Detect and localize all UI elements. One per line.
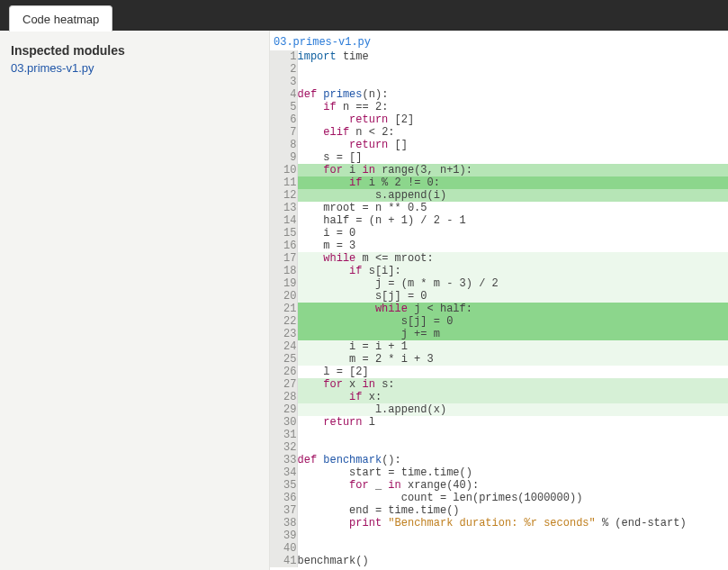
line-number: 25: [270, 353, 297, 366]
code-line[interactable]: print "Benchmark duration: %r seconds" %…: [297, 517, 728, 529]
code-row: 35 for _ in xrange(40):: [270, 479, 728, 492]
line-number: 30: [270, 416, 297, 429]
line-number: 16: [270, 240, 297, 252]
line-number: 13: [270, 202, 297, 214]
line-number: 34: [270, 466, 297, 479]
code-line[interactable]: j += m: [297, 328, 728, 340]
line-number: 2: [270, 63, 297, 76]
code-row: 28 if x:: [270, 391, 728, 403]
code-line[interactable]: i = 0: [297, 227, 728, 240]
code-line[interactable]: l.append(x): [297, 403, 728, 416]
code-line[interactable]: for i in range(3, n+1):: [297, 164, 728, 176]
line-number: 40: [270, 542, 297, 555]
code-line[interactable]: j = (m * m - 3) / 2: [297, 277, 728, 290]
line-number: 39: [270, 529, 297, 542]
code-line[interactable]: return []: [297, 139, 728, 151]
code-line[interactable]: while j < half:: [297, 303, 728, 315]
line-number: 38: [270, 517, 297, 529]
code-line[interactable]: end = time.time(): [297, 504, 728, 517]
code-line[interactable]: s[j] = 0: [297, 290, 728, 303]
line-number: 15: [270, 227, 297, 240]
code-line[interactable]: benchmark(): [297, 555, 728, 567]
code-line[interactable]: for _ in xrange(40):: [297, 479, 728, 492]
code-row: 39: [270, 529, 728, 542]
line-number: 17: [270, 252, 297, 265]
code-line[interactable]: [297, 542, 728, 555]
code-row: 13 mroot = n ** 0.5: [270, 202, 728, 214]
code-line[interactable]: for x in s:: [297, 378, 728, 391]
code-line[interactable]: [297, 429, 728, 441]
code-row: 10 for i in range(3, n+1):: [270, 164, 728, 176]
code-row: 27 for x in s:: [270, 378, 728, 391]
code-line[interactable]: i = i + 1: [297, 340, 728, 353]
sidebar-heading: Inspected modules: [11, 43, 258, 58]
code-line[interactable]: l = [2]: [297, 366, 728, 378]
module-link[interactable]: 03.primes-v1.py: [11, 61, 258, 75]
line-number: 14: [270, 214, 297, 227]
code-line[interactable]: mroot = n ** 0.5: [297, 202, 728, 214]
code-row: 23 j += m: [270, 328, 728, 340]
code-table: 1import time234def primes(n):5 if n == 2…: [270, 50, 728, 567]
code-line[interactable]: [297, 441, 728, 454]
line-number: 27: [270, 378, 297, 391]
code-line[interactable]: return l: [297, 416, 728, 429]
code-line[interactable]: def primes(n):: [297, 88, 728, 101]
code-row: 17 while m <= mroot:: [270, 252, 728, 265]
code-line[interactable]: s.append(i): [297, 189, 728, 202]
code-line[interactable]: [297, 63, 728, 76]
code-line[interactable]: if s[i]:: [297, 265, 728, 277]
code-line[interactable]: [297, 76, 728, 88]
code-row: 16 m = 3: [270, 240, 728, 252]
code-line[interactable]: if x:: [297, 391, 728, 403]
tab-code-heatmap[interactable]: Code heatmap: [9, 5, 112, 32]
code-line[interactable]: half = (n + 1) / 2 - 1: [297, 214, 728, 227]
code-row: 31: [270, 429, 728, 441]
code-row: 9 s = []: [270, 151, 728, 164]
line-number: 5: [270, 101, 297, 113]
code-line[interactable]: if n == 2:: [297, 101, 728, 113]
code-row: 18 if s[i]:: [270, 265, 728, 277]
code-row: 7 elif n < 2:: [270, 126, 728, 139]
code-line[interactable]: import time: [297, 50, 728, 63]
code-row: 8 return []: [270, 139, 728, 151]
code-line[interactable]: [297, 529, 728, 542]
code-row: 26 l = [2]: [270, 366, 728, 378]
line-number: 18: [270, 265, 297, 277]
code-row: 24 i = i + 1: [270, 340, 728, 353]
code-line[interactable]: elif n < 2:: [297, 126, 728, 139]
code-line[interactable]: m = 3: [297, 240, 728, 252]
code-row: 32: [270, 441, 728, 454]
line-number: 29: [270, 403, 297, 416]
code-line[interactable]: s[j] = 0: [297, 315, 728, 328]
code-row: 34 start = time.time(): [270, 466, 728, 479]
filename-label: 03.primes-v1.py: [270, 36, 728, 49]
line-number: 8: [270, 139, 297, 151]
code-row: 5 if n == 2:: [270, 101, 728, 113]
line-number: 32: [270, 441, 297, 454]
line-number: 33: [270, 454, 297, 466]
line-number: 22: [270, 315, 297, 328]
line-number: 6: [270, 113, 297, 126]
code-row: 20 s[j] = 0: [270, 290, 728, 303]
code-row: 3: [270, 76, 728, 88]
code-line[interactable]: def benchmark():: [297, 454, 728, 466]
code-line[interactable]: count = len(primes(1000000)): [297, 492, 728, 504]
code-row: 15 i = 0: [270, 227, 728, 240]
module-list: 03.primes-v1.py: [11, 61, 258, 75]
line-number: 37: [270, 504, 297, 517]
code-line[interactable]: m = 2 * i + 3: [297, 353, 728, 366]
line-number: 1: [270, 50, 297, 63]
code-row: 25 m = 2 * i + 3: [270, 353, 728, 366]
code-line[interactable]: return [2]: [297, 113, 728, 126]
code-row: 29 l.append(x): [270, 403, 728, 416]
code-line[interactable]: start = time.time(): [297, 466, 728, 479]
code-area[interactable]: 03.primes-v1.py 1import time234def prime…: [270, 31, 728, 570]
code-line[interactable]: s = []: [297, 151, 728, 164]
line-number: 10: [270, 164, 297, 176]
code-row: 2: [270, 63, 728, 76]
code-line[interactable]: while m <= mroot:: [297, 252, 728, 265]
line-number: 12: [270, 189, 297, 202]
code-line[interactable]: if i % 2 != 0:: [297, 176, 728, 189]
line-number: 23: [270, 328, 297, 340]
code-row: 12 s.append(i): [270, 189, 728, 202]
